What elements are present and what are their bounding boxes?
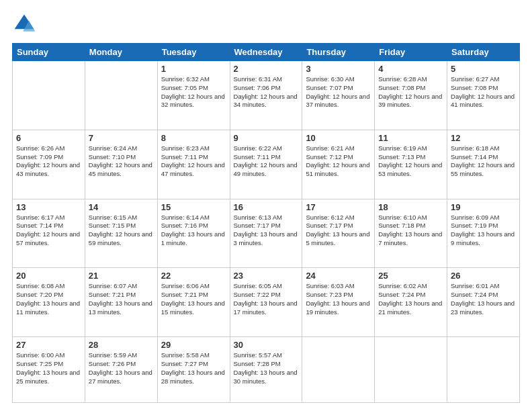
calendar-row: 1Sunrise: 6:32 AM Sunset: 7:05 PM Daylig… — [13, 61, 520, 130]
day-info: Sunrise: 6:10 AM Sunset: 7:18 PM Dayligh… — [378, 214, 443, 248]
day-number: 28 — [89, 340, 154, 350]
day-number: 11 — [378, 133, 443, 143]
calendar-cell: 15Sunrise: 6:14 AM Sunset: 7:16 PM Dayli… — [157, 199, 230, 268]
day-info: Sunrise: 6:15 AM Sunset: 7:15 PM Dayligh… — [89, 214, 154, 248]
day-info: Sunrise: 6:12 AM Sunset: 7:17 PM Dayligh… — [306, 214, 371, 248]
day-info: Sunrise: 5:58 AM Sunset: 7:27 PM Dayligh… — [161, 351, 226, 385]
weekday-header: Sunday — [13, 44, 85, 61]
day-number: 19 — [451, 202, 516, 212]
day-info: Sunrise: 6:32 AM Sunset: 7:05 PM Dayligh… — [161, 75, 226, 109]
weekday-header: Saturday — [447, 44, 520, 61]
calendar-cell: 4Sunrise: 6:28 AM Sunset: 7:08 PM Daylig… — [375, 61, 447, 130]
day-info: Sunrise: 6:13 AM Sunset: 7:17 PM Dayligh… — [234, 214, 299, 248]
calendar-cell — [302, 337, 375, 403]
calendar-cell: 10Sunrise: 6:21 AM Sunset: 7:12 PM Dayli… — [302, 130, 375, 199]
logo-icon — [12, 12, 36, 36]
calendar-cell: 7Sunrise: 6:24 AM Sunset: 7:10 PM Daylig… — [85, 130, 157, 199]
day-number: 29 — [161, 340, 226, 350]
calendar-cell: 6Sunrise: 6:26 AM Sunset: 7:09 PM Daylig… — [13, 130, 85, 199]
calendar-cell: 25Sunrise: 6:02 AM Sunset: 7:24 PM Dayli… — [375, 268, 447, 337]
calendar-row: 20Sunrise: 6:08 AM Sunset: 7:20 PM Dayli… — [13, 268, 520, 337]
day-info: Sunrise: 6:00 AM Sunset: 7:25 PM Dayligh… — [16, 351, 81, 385]
day-number: 14 — [89, 202, 154, 212]
day-number: 4 — [378, 64, 443, 74]
day-number: 1 — [161, 64, 226, 74]
calendar-cell: 9Sunrise: 6:22 AM Sunset: 7:11 PM Daylig… — [230, 130, 302, 199]
day-number: 27 — [16, 340, 81, 350]
calendar-cell: 24Sunrise: 6:03 AM Sunset: 7:23 PM Dayli… — [302, 268, 375, 337]
calendar-cell: 2Sunrise: 6:31 AM Sunset: 7:06 PM Daylig… — [230, 61, 302, 130]
weekday-header: Friday — [375, 44, 447, 61]
calendar-table: SundayMondayTuesdayWednesdayThursdayFrid… — [12, 43, 520, 403]
calendar-row: 27Sunrise: 6:00 AM Sunset: 7:25 PM Dayli… — [13, 337, 520, 403]
calendar-cell: 22Sunrise: 6:06 AM Sunset: 7:21 PM Dayli… — [157, 268, 230, 337]
logo — [12, 12, 39, 36]
calendar-cell: 12Sunrise: 6:18 AM Sunset: 7:14 PM Dayli… — [447, 130, 520, 199]
calendar-cell: 26Sunrise: 6:01 AM Sunset: 7:24 PM Dayli… — [447, 268, 520, 337]
day-info: Sunrise: 5:59 AM Sunset: 7:26 PM Dayligh… — [89, 351, 154, 385]
weekday-header: Wednesday — [230, 44, 302, 61]
day-number: 13 — [16, 202, 81, 212]
day-number: 20 — [16, 271, 81, 281]
calendar-row: 6Sunrise: 6:26 AM Sunset: 7:09 PM Daylig… — [13, 130, 520, 199]
calendar-cell: 13Sunrise: 6:17 AM Sunset: 7:14 PM Dayli… — [13, 199, 85, 268]
day-number: 12 — [451, 133, 516, 143]
day-number: 8 — [161, 133, 226, 143]
day-info: Sunrise: 6:24 AM Sunset: 7:10 PM Dayligh… — [89, 144, 154, 179]
calendar-cell — [447, 337, 520, 403]
day-number: 5 — [451, 64, 516, 74]
day-info: Sunrise: 6:05 AM Sunset: 7:22 PM Dayligh… — [234, 282, 299, 316]
day-info: Sunrise: 6:08 AM Sunset: 7:20 PM Dayligh… — [16, 282, 81, 316]
weekday-header-row: SundayMondayTuesdayWednesdayThursdayFrid… — [13, 44, 520, 61]
day-info: Sunrise: 6:18 AM Sunset: 7:14 PM Dayligh… — [451, 144, 516, 179]
day-info: Sunrise: 6:21 AM Sunset: 7:12 PM Dayligh… — [306, 144, 371, 179]
day-number: 24 — [306, 271, 371, 281]
day-info: Sunrise: 6:17 AM Sunset: 7:14 PM Dayligh… — [16, 214, 81, 248]
day-number: 23 — [234, 271, 299, 281]
calendar-cell: 11Sunrise: 6:19 AM Sunset: 7:13 PM Dayli… — [375, 130, 447, 199]
calendar-cell: 29Sunrise: 5:58 AM Sunset: 7:27 PM Dayli… — [157, 337, 230, 403]
day-number: 21 — [89, 271, 154, 281]
day-number: 10 — [306, 133, 371, 143]
day-number: 2 — [234, 64, 299, 74]
day-info: Sunrise: 6:09 AM Sunset: 7:19 PM Dayligh… — [451, 214, 516, 248]
calendar-cell: 14Sunrise: 6:15 AM Sunset: 7:15 PM Dayli… — [85, 199, 157, 268]
day-number: 25 — [378, 271, 443, 281]
calendar-cell: 16Sunrise: 6:13 AM Sunset: 7:17 PM Dayli… — [230, 199, 302, 268]
calendar-cell: 20Sunrise: 6:08 AM Sunset: 7:20 PM Dayli… — [13, 268, 85, 337]
day-info: Sunrise: 6:14 AM Sunset: 7:16 PM Dayligh… — [161, 214, 226, 248]
weekday-header: Thursday — [302, 44, 375, 61]
weekday-header: Monday — [85, 44, 157, 61]
day-info: Sunrise: 6:19 AM Sunset: 7:13 PM Dayligh… — [378, 144, 443, 179]
calendar-cell: 18Sunrise: 6:10 AM Sunset: 7:18 PM Dayli… — [375, 199, 447, 268]
day-number: 22 — [161, 271, 226, 281]
calendar-cell: 1Sunrise: 6:32 AM Sunset: 7:05 PM Daylig… — [157, 61, 230, 130]
day-number: 7 — [89, 133, 154, 143]
day-info: Sunrise: 6:23 AM Sunset: 7:11 PM Dayligh… — [161, 144, 226, 179]
day-info: Sunrise: 6:02 AM Sunset: 7:24 PM Dayligh… — [378, 282, 443, 316]
day-number: 30 — [234, 340, 299, 350]
day-info: Sunrise: 6:07 AM Sunset: 7:21 PM Dayligh… — [89, 282, 154, 316]
day-info: Sunrise: 5:57 AM Sunset: 7:28 PM Dayligh… — [234, 351, 299, 385]
day-info: Sunrise: 6:28 AM Sunset: 7:08 PM Dayligh… — [378, 75, 443, 109]
calendar-cell: 19Sunrise: 6:09 AM Sunset: 7:19 PM Dayli… — [447, 199, 520, 268]
calendar-cell: 17Sunrise: 6:12 AM Sunset: 7:17 PM Dayli… — [302, 199, 375, 268]
calendar-cell: 28Sunrise: 5:59 AM Sunset: 7:26 PM Dayli… — [85, 337, 157, 403]
weekday-header: Tuesday — [157, 44, 230, 61]
day-info: Sunrise: 6:30 AM Sunset: 7:07 PM Dayligh… — [306, 75, 371, 109]
day-info: Sunrise: 6:22 AM Sunset: 7:11 PM Dayligh… — [234, 144, 299, 179]
day-number: 17 — [306, 202, 371, 212]
calendar-cell: 5Sunrise: 6:27 AM Sunset: 7:08 PM Daylig… — [447, 61, 520, 130]
day-info: Sunrise: 6:31 AM Sunset: 7:06 PM Dayligh… — [234, 75, 299, 109]
day-number: 3 — [306, 64, 371, 74]
day-number: 16 — [234, 202, 299, 212]
header — [12, 12, 520, 36]
day-info: Sunrise: 6:27 AM Sunset: 7:08 PM Dayligh… — [451, 75, 516, 109]
page: SundayMondayTuesdayWednesdayThursdayFrid… — [0, 0, 532, 411]
calendar-cell: 27Sunrise: 6:00 AM Sunset: 7:25 PM Dayli… — [13, 337, 85, 403]
calendar-cell — [375, 337, 447, 403]
day-info: Sunrise: 6:06 AM Sunset: 7:21 PM Dayligh… — [161, 282, 226, 316]
day-info: Sunrise: 6:03 AM Sunset: 7:23 PM Dayligh… — [306, 282, 371, 316]
calendar-cell: 30Sunrise: 5:57 AM Sunset: 7:28 PM Dayli… — [230, 337, 302, 403]
calendar-cell — [13, 61, 85, 130]
